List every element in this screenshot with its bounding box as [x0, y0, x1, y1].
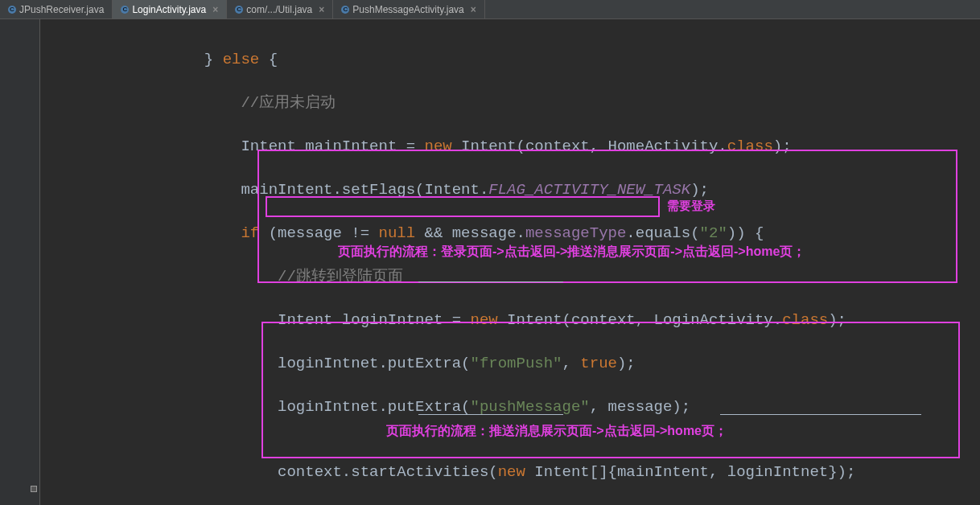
class-icon: C: [8, 6, 16, 14]
tab-util[interactable]: C com/.../Util.java ×: [227, 0, 333, 18]
class-icon: C: [121, 6, 129, 14]
editor-area[interactable]: } else { //应用未启动 Intent mainIntent = new…: [0, 19, 980, 505]
code-comment: //跳转到登陆页面: [278, 268, 403, 285]
close-icon[interactable]: ×: [471, 4, 476, 15]
tab-label: JPushReceiver.java: [19, 4, 104, 15]
class-icon: C: [235, 6, 243, 14]
close-icon[interactable]: ×: [212, 4, 218, 15]
editor-gutter: [0, 19, 40, 505]
editor-tab-bar: C JPushReceiver.java C LoginActivity.jav…: [0, 0, 980, 19]
tab-label: LoginActivity.java: [132, 4, 206, 15]
tab-jpushreceiver[interactable]: C JPushReceiver.java: [0, 0, 113, 18]
class-icon: C: [341, 6, 349, 14]
code-comment: //应用未启动: [241, 94, 336, 112]
fold-marker-icon[interactable]: [31, 486, 37, 492]
tab-label: PushMessageActivity.java: [352, 4, 464, 15]
tab-label: com/.../Util.java: [246, 4, 312, 15]
close-icon[interactable]: ×: [319, 4, 324, 15]
code-content[interactable]: } else { //应用未启动 Intent mainIntent = new…: [40, 19, 892, 505]
tab-pushmessageactivity[interactable]: C PushMessageActivity.java ×: [333, 0, 485, 18]
tab-loginactivity[interactable]: C LoginActivity.java ×: [113, 0, 227, 18]
